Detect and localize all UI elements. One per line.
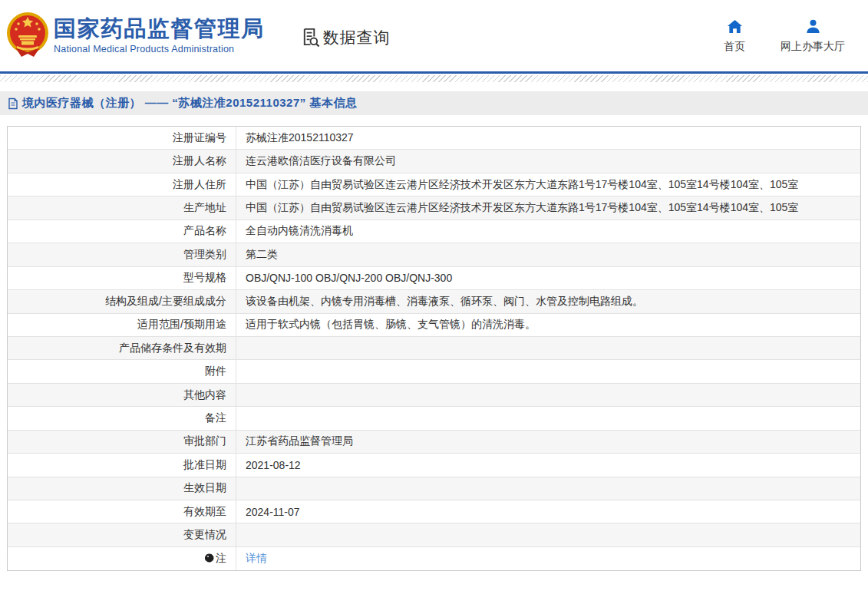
row-value-cell: 该设备由机架、内镜专用消毒槽、消毒液泵、循环泵、阀门、水管及控制电路组成。 bbox=[236, 290, 860, 312]
site-titles: 国家药品监督管理局 National Medical Products Admi… bbox=[54, 17, 265, 54]
table-row: 适用范围/预期用途 适用于软式内镜（包括胃镜、肠镜、支气管镜）的清洗消毒。 bbox=[8, 314, 860, 337]
row-value-cell: 2024-11-07 bbox=[236, 500, 860, 523]
row-value-cell bbox=[236, 523, 860, 546]
row-label: 适用范围/预期用途 bbox=[137, 318, 226, 332]
row-label-cell: 变更情况 bbox=[8, 523, 236, 546]
table-row: 有效期至 2024-11-07 bbox=[8, 500, 860, 523]
row-value: OBJ/QNJ-100 OBJ/QNJ-200 OBJ/QNJ-300 bbox=[246, 272, 452, 284]
table-row: 产品储存条件及有效期 bbox=[8, 337, 860, 360]
data-query-section[interactable]: 数据查询 bbox=[300, 27, 391, 48]
row-label-cell: 注册人住所 bbox=[8, 173, 236, 196]
site-header: 国家药品监督管理局 National Medical Products Admi… bbox=[0, 0, 868, 71]
registration-info-table: 注册证编号 苏械注准20152110327 注册人名称 连云港欧倍洁医疗设备有限… bbox=[7, 126, 861, 571]
row-label-cell: 其他内容 bbox=[8, 384, 236, 406]
row-value: 第二类 bbox=[246, 248, 278, 262]
data-query-icon bbox=[300, 27, 321, 48]
row-label-cell: 适用范围/预期用途 bbox=[8, 314, 236, 336]
row-label-cell: 有效期至 bbox=[8, 500, 236, 523]
table-row: 生产地址 中国（江苏）自由贸易试验区连云港片区经济技术开发区东方大道东路1号17… bbox=[8, 196, 860, 220]
header-divider bbox=[0, 71, 868, 74]
row-label: 注册证编号 bbox=[173, 131, 226, 145]
row-value-cell: 详情 bbox=[236, 547, 860, 570]
row-label-cell: 注 bbox=[8, 547, 236, 570]
site-title-cn: 国家药品监督管理局 bbox=[54, 17, 265, 41]
row-value: 2021-08-12 bbox=[246, 459, 301, 471]
detail-link[interactable]: 详情 bbox=[246, 552, 267, 566]
row-label: 审批部门 bbox=[183, 434, 226, 448]
row-label: 变更情况 bbox=[183, 528, 226, 542]
table-row: 注册人名称 连云港欧倍洁医疗设备有限公司 bbox=[8, 150, 860, 173]
row-value: 全自动内镜清洗消毒机 bbox=[246, 224, 353, 238]
row-label: 其他内容 bbox=[183, 388, 226, 402]
nav-home[interactable]: 首页 bbox=[724, 18, 745, 54]
nav-home-label: 首页 bbox=[724, 40, 745, 54]
row-label-cell: 管理类别 bbox=[8, 243, 236, 266]
table-row: 注册人住所 中国（江苏）自由贸易试验区连云港片区经济技术开发区东方大道东路1号1… bbox=[8, 173, 860, 196]
row-value: 苏械注准20152110327 bbox=[246, 131, 354, 145]
row-value-cell: 中国（江苏）自由贸易试验区连云港片区经济技术开发区东方大道东路1号17号楼104… bbox=[236, 173, 860, 196]
table-row: 审批部门 江苏省药品监督管理局 bbox=[8, 431, 860, 454]
home-icon bbox=[727, 18, 743, 35]
row-label-cell: 批准日期 bbox=[8, 454, 236, 476]
row-label-cell: 附件 bbox=[8, 360, 236, 382]
row-label-cell: 备注 bbox=[8, 407, 236, 429]
row-label: 批准日期 bbox=[183, 458, 226, 472]
row-value-cell: 第二类 bbox=[236, 243, 860, 266]
row-value-cell: 全自动内镜清洗消毒机 bbox=[236, 220, 860, 243]
nav-service-hall[interactable]: 网上办事大厅 bbox=[781, 18, 845, 54]
row-value-cell: 苏械注准20152110327 bbox=[236, 127, 860, 149]
note-icon bbox=[205, 553, 214, 564]
row-label-cell: 产品储存条件及有效期 bbox=[8, 337, 236, 359]
row-label: 产品储存条件及有效期 bbox=[119, 342, 226, 355]
row-label-cell: 注册证编号 bbox=[8, 127, 236, 149]
row-label-cell: 生效日期 bbox=[8, 477, 236, 500]
table-row: 备注 bbox=[8, 407, 860, 430]
row-label: 备注 bbox=[205, 411, 226, 425]
header-nav: 首页 网上办事大厅 bbox=[724, 18, 845, 54]
row-value: 连云港欧倍洁医疗设备有限公司 bbox=[246, 154, 396, 168]
row-value: 中国（江苏）自由贸易试验区连云港片区经济技术开发区东方大道东路1号17号楼104… bbox=[246, 201, 798, 215]
table-row: 产品名称 全自动内镜清洗消毒机 bbox=[8, 220, 860, 243]
row-label: 结构及组成/主要组成成分 bbox=[105, 295, 226, 309]
row-value-cell: 中国（江苏）自由贸易试验区连云港片区经济技术开发区东方大道东路1号17号楼104… bbox=[236, 196, 860, 219]
row-label: 型号规格 bbox=[183, 271, 226, 285]
row-label-cell: 结构及组成/主要组成成分 bbox=[8, 290, 236, 312]
row-label: 管理类别 bbox=[183, 248, 226, 262]
table-row: 型号规格 OBJ/QNJ-100 OBJ/QNJ-200 OBJ/QNJ-300 bbox=[8, 267, 860, 290]
row-value-cell bbox=[236, 384, 860, 406]
table-row: 批准日期 2021-08-12 bbox=[8, 454, 860, 477]
row-label-cell: 型号规格 bbox=[8, 267, 236, 289]
row-value: 该设备由机架、内镜专用消毒槽、消毒液泵、循环泵、阀门、水管及控制电路组成。 bbox=[246, 295, 643, 309]
row-value: 2024-11-07 bbox=[246, 506, 300, 518]
row-label: 有效期至 bbox=[183, 505, 226, 519]
row-label: 附件 bbox=[205, 365, 226, 378]
table-row: 其他内容 bbox=[8, 384, 860, 407]
breadcrumb-text: 境内医疗器械（注册） —— “苏械注准20152110327” 基本信息 bbox=[22, 96, 357, 111]
table-row: 注 详情 bbox=[8, 547, 860, 570]
row-value-cell: OBJ/QNJ-100 OBJ/QNJ-200 OBJ/QNJ-300 bbox=[236, 267, 860, 289]
row-label: 生产地址 bbox=[183, 201, 226, 215]
row-value-cell: 2021-08-12 bbox=[236, 454, 860, 476]
table-row: 变更情况 bbox=[8, 523, 860, 546]
row-value: 江苏省药品监督管理局 bbox=[246, 434, 353, 448]
row-value-cell bbox=[236, 407, 860, 429]
row-value-cell: 江苏省药品监督管理局 bbox=[236, 431, 860, 453]
table-row: 生效日期 bbox=[8, 477, 860, 500]
row-value-cell bbox=[236, 360, 860, 382]
table-row: 结构及组成/主要组成成分 该设备由机架、内镜专用消毒槽、消毒液泵、循环泵、阀门、… bbox=[8, 290, 860, 313]
table-row: 管理类别 第二类 bbox=[8, 243, 860, 266]
row-value-cell: 连云港欧倍洁医疗设备有限公司 bbox=[236, 150, 860, 172]
site-title-en: National Medical Products Administration bbox=[54, 44, 265, 54]
row-label: 生效日期 bbox=[183, 481, 226, 495]
row-value-cell: 适用于软式内镜（包括胃镜、肠镜、支气管镜）的清洗消毒。 bbox=[236, 314, 860, 336]
document-icon bbox=[8, 97, 18, 110]
nav-service-hall-label: 网上办事大厅 bbox=[781, 40, 845, 54]
row-label: 注 bbox=[216, 552, 226, 566]
site-logo[interactable]: 国家药品监督管理局 National Medical Products Admi… bbox=[6, 11, 265, 61]
breadcrumb: 境内医疗器械（注册） —— “苏械注准20152110327” 基本信息 bbox=[0, 91, 868, 115]
row-label: 产品名称 bbox=[183, 224, 226, 238]
row-label-cell: 审批部门 bbox=[8, 431, 236, 453]
user-icon bbox=[805, 18, 821, 35]
national-emblem-icon bbox=[6, 11, 49, 61]
row-value-cell bbox=[236, 477, 860, 500]
